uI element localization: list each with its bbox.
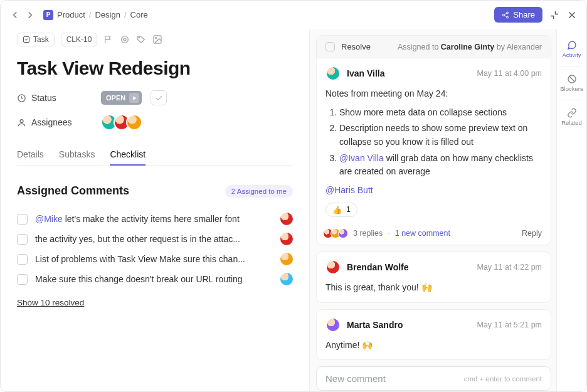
- side-rail: Activity Blockers Related: [556, 29, 586, 391]
- svg-rect-7: [24, 37, 29, 43]
- assigned-comment-row[interactable]: @Mike let's make the activity items here…: [17, 209, 293, 229]
- rail-tab-related[interactable]: Related: [557, 105, 586, 129]
- comment-text: Make sure this change doesn't break our …: [35, 274, 273, 284]
- block-icon: [567, 74, 577, 84]
- status-value: OPEN: [106, 94, 125, 102]
- status-icon: [17, 93, 26, 103]
- topbar: P Product / Design / Core Share: [1, 1, 586, 29]
- complete-checkbox[interactable]: [151, 90, 167, 105]
- show-resolved-link[interactable]: Show 10 resolved: [17, 298, 84, 307]
- checkbox[interactable]: [17, 274, 28, 285]
- reply-card: Brendan Wolfe May 11 at 4:22 pm This is …: [316, 252, 551, 303]
- rail-label: Activity: [562, 51, 581, 58]
- comment-thread-card: Resolve Assigned to Caroline Ginty by Al…: [316, 35, 551, 245]
- comment-timestamp: May 11 at 4:00 pm: [477, 69, 542, 78]
- reply-avatars: [325, 228, 348, 238]
- assignee-avatars[interactable]: [101, 114, 142, 130]
- nav-back-icon[interactable]: [9, 9, 21, 21]
- comment-icon: [567, 40, 577, 50]
- avatar: [280, 213, 293, 225]
- comment-text: the activity yes, but the other request …: [35, 234, 273, 244]
- target-icon[interactable]: [120, 34, 130, 45]
- assigned-to-me-badge[interactable]: 2 Assigned to me: [225, 185, 293, 198]
- task-type-label: Task: [33, 35, 49, 44]
- page-title: Task View Redesign: [17, 58, 293, 79]
- rail-label: Blockers: [560, 85, 583, 92]
- resolve-label[interactable]: Resolve: [341, 42, 371, 51]
- avatar: [325, 66, 341, 81]
- tag-icon[interactable]: [136, 34, 146, 45]
- svg-line-4: [505, 13, 507, 14]
- comment-body: Anytime! 🙌: [325, 339, 542, 352]
- avatar: [338, 228, 348, 238]
- thumbs-up-icon: 👍: [332, 205, 342, 215]
- svg-point-15: [20, 119, 23, 122]
- status-pill[interactable]: OPEN: [101, 91, 142, 105]
- reply-button[interactable]: Reply: [522, 229, 542, 238]
- replies-count[interactable]: 3 replies: [353, 229, 383, 238]
- breadcrumb-item[interactable]: Product: [57, 10, 85, 19]
- reply-card: Marta Sandro May 11 at 5:21 pm Anytime! …: [316, 309, 551, 361]
- share-button[interactable]: Share: [494, 7, 542, 23]
- task-id-chip[interactable]: CLK-10: [61, 33, 98, 46]
- comment-author: Ivan Villa: [347, 68, 384, 78]
- resolve-checkbox[interactable]: [325, 42, 335, 51]
- breadcrumb-item[interactable]: Design: [95, 10, 120, 19]
- rail-tab-activity[interactable]: Activity: [557, 38, 586, 61]
- task-main-panel: Task CLK-10 Task View Redesign Status OP…: [1, 29, 309, 391]
- comment-body: This is great, thank you! 🙌: [325, 281, 542, 295]
- task-id-label: CLK-10: [66, 35, 92, 44]
- new-comment-input[interactable]: New comment cmd + enter to comment: [316, 366, 551, 391]
- checkbox[interactable]: [17, 254, 28, 265]
- avatar: [126, 114, 142, 130]
- close-icon[interactable]: [566, 9, 578, 21]
- rail-tab-blockers[interactable]: Blockers: [557, 72, 586, 95]
- reaction-count: 1: [346, 205, 351, 214]
- comment-text: @Mike let's make the activity items here…: [35, 214, 273, 224]
- image-icon[interactable]: [152, 34, 162, 45]
- tab-details[interactable]: Details: [17, 144, 44, 165]
- assigned-comment-row[interactable]: the activity yes, but the other request …: [17, 229, 293, 249]
- svg-point-9: [124, 38, 126, 41]
- composer-placeholder: New comment: [325, 373, 386, 384]
- person-icon: [17, 118, 26, 127]
- checkbox[interactable]: [17, 234, 28, 245]
- play-icon: [129, 93, 139, 103]
- mention[interactable]: @Haris Butt: [325, 185, 373, 195]
- svg-point-1: [503, 14, 505, 16]
- avatar: [280, 273, 293, 285]
- assigned-to-text: Assigned to Caroline Ginty by Alexander: [398, 43, 542, 51]
- tab-checklist[interactable]: Checklist: [110, 144, 145, 166]
- new-comment-count[interactable]: 1 new comment: [395, 229, 450, 238]
- activity-panel: Resolve Assigned to Caroline Ginty by Al…: [309, 29, 556, 391]
- breadcrumb-separator: /: [124, 10, 127, 19]
- status-label: Status: [31, 93, 56, 103]
- nav-forward-icon[interactable]: [24, 9, 36, 21]
- comment-timestamp: May 11 at 5:21 pm: [477, 320, 542, 329]
- svg-line-3: [505, 15, 507, 16]
- svg-point-2: [507, 16, 509, 18]
- assigned-comment-row[interactable]: List of problems with Task View Make sur…: [17, 249, 293, 269]
- reaction-chip[interactable]: 👍 1: [325, 203, 357, 217]
- breadcrumb: P Product / Design / Core: [43, 10, 148, 20]
- flag-icon[interactable]: [103, 34, 114, 45]
- checkbox[interactable]: [17, 214, 28, 225]
- project-icon: P: [43, 10, 53, 20]
- svg-line-17: [569, 76, 574, 82]
- comment-author: Brendan Wolfe: [347, 262, 409, 272]
- svg-point-8: [122, 36, 129, 43]
- share-icon: [502, 11, 509, 19]
- breadcrumb-item[interactable]: Core: [130, 10, 148, 19]
- task-type-chip[interactable]: Task: [17, 33, 55, 46]
- status-row: Status OPEN: [17, 90, 293, 105]
- avatar: [325, 317, 341, 332]
- assignees-row: Assignees: [17, 114, 293, 130]
- checkbox-icon: [23, 36, 30, 43]
- task-toolbar: Task CLK-10: [17, 33, 293, 46]
- tab-subtasks[interactable]: Subtasks: [59, 144, 95, 165]
- avatar: [280, 253, 293, 265]
- collapse-icon[interactable]: [549, 9, 560, 21]
- svg-point-0: [507, 12, 509, 14]
- assigned-comment-row[interactable]: Make sure this change doesn't break our …: [17, 269, 293, 289]
- avatar: [280, 233, 293, 245]
